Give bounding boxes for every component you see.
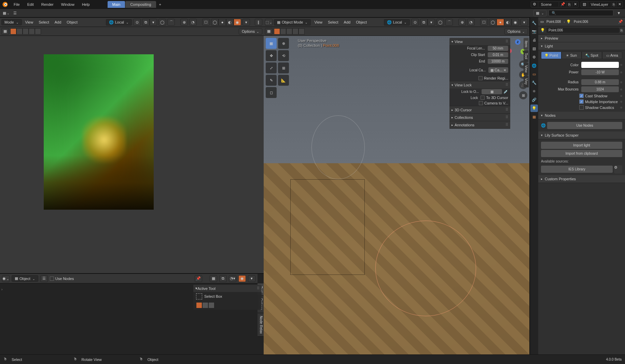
tool-rotate[interactable]: ⟲ [278, 50, 289, 61]
xray-right[interactable]: ☐ [480, 19, 488, 26]
prop-edit-right[interactable]: ◯ [436, 19, 444, 26]
tool-select-box[interactable]: ▦ [266, 38, 277, 49]
prop-tab-scene[interactable]: ⚙ [530, 53, 538, 61]
outliner-filter-button[interactable]: ▼ [615, 10, 622, 16]
shade-solid-right[interactable]: ● [497, 19, 504, 26]
select-mode-4[interactable] [29, 28, 35, 34]
menu-file[interactable]: File [10, 1, 23, 8]
npanel-view-header[interactable]: ▾View⠿ [449, 38, 510, 45]
menu-edit[interactable]: Edit [24, 1, 37, 8]
object-mode-dropdown-right[interactable]: ▦ Object Mode [274, 19, 311, 26]
pivot-right[interactable]: ⊙ [411, 19, 419, 26]
prop-tab-physics[interactable]: ⚛ [530, 87, 538, 95]
pivot-button-left[interactable]: ⊙ [133, 19, 141, 26]
gizmo-toggle-left[interactable]: ⊕ [180, 19, 188, 26]
npanel-tab-vivy[interactable]: Vivy [524, 75, 529, 87]
editor-type-dropdown[interactable]: ▦ [3, 10, 10, 16]
prop-tab-texture[interactable]: ▦ [530, 113, 538, 121]
shading-matprev-left[interactable]: ◐ [226, 19, 234, 26]
outliner-display-mode[interactable]: ☰ [12, 10, 18, 16]
panel-customprops-header[interactable]: ▸Custom Properties [538, 175, 625, 183]
menu-select-left[interactable]: Select [37, 19, 51, 25]
tool-add-cube[interactable]: ◻ [266, 87, 277, 98]
shading-wireframe-left[interactable]: ◯ [211, 19, 219, 26]
overlay-toggle-left[interactable]: ◔ [189, 19, 197, 26]
snap-toggle-left[interactable]: ⧉ [142, 19, 150, 26]
options-dropdown-right[interactable]: Options [504, 28, 528, 34]
prop-tab-viewlayer[interactable]: ▧ [530, 45, 538, 52]
light-radius-field[interactable]: 0.88 m [581, 79, 619, 85]
shading-solid-left[interactable]: ● [219, 19, 226, 26]
light-power-field[interactable]: -10 W [581, 69, 619, 75]
orientation-dropdown-right[interactable]: 🌐 Local [384, 19, 410, 26]
menu-add-left[interactable]: Add [53, 19, 64, 25]
prop-tab-tool[interactable]: 🔧 [530, 19, 538, 27]
prop-tab-data-light[interactable]: 💡 [530, 104, 538, 112]
npanel-viewlock-header[interactable]: ▾View Lock⠿ [449, 81, 510, 88]
sel-mode-r2[interactable] [280, 28, 286, 34]
node-tab-noderelax[interactable]: Node Relax [258, 313, 264, 337]
menu-object-left[interactable]: Object [65, 19, 80, 25]
viewlayer-name[interactable]: ViewLayer [588, 2, 611, 6]
select-mode-2[interactable] [16, 28, 23, 34]
light-maxbounces-field[interactable]: 1024 [581, 86, 619, 92]
panel-light-header[interactable]: ▾Light [538, 42, 625, 50]
lock-3dcursor-checkbox[interactable] [481, 96, 485, 100]
tool-move[interactable]: ✥ [266, 50, 277, 61]
scene-new-button[interactable]: ⎘ [567, 2, 572, 6]
sel-mode-r3[interactable] [286, 28, 292, 34]
panel-preview-header[interactable]: ▸Preview [538, 34, 625, 42]
snap-dropdown-left[interactable]: ▾ [150, 19, 157, 26]
clip-end-field[interactable]: 10000 m [488, 59, 508, 64]
right-viewport-body[interactable]: User Perspective (0) Collection | Point.… [264, 36, 529, 354]
npanel-tab-tool[interactable]: Tool [524, 50, 529, 62]
tool-transform[interactable]: ⊞ [278, 62, 289, 73]
panel-lily-header[interactable]: ▾Lily Surface Scraper [538, 131, 625, 139]
tool-scale[interactable]: ⤢ [266, 62, 277, 73]
prop-fall-right[interactable]: ⌒ [445, 19, 453, 26]
prop-tab-modifier[interactable]: 🔧 [530, 79, 538, 86]
tool-cursor-right[interactable]: ▦ [265, 28, 273, 35]
tool-cursor-icon[interactable]: ▦ [1, 28, 9, 35]
npanel-3dcursor-header[interactable]: ▸3D Cursor⠿ [449, 106, 510, 113]
scene-delete-button[interactable]: ✕ [572, 2, 578, 6]
import-clipboard-button[interactable]: Import from clipboard [541, 150, 622, 157]
import-light-button[interactable]: Import light [541, 142, 622, 149]
shadow-caustics-checkbox[interactable] [579, 105, 584, 110]
datablock-name-field[interactable]: Point.006 [546, 28, 619, 33]
pause-render-left[interactable]: ∥ [255, 19, 262, 26]
sel-mode-r1[interactable] [274, 28, 280, 34]
axis-z-icon[interactable]: Z [515, 39, 520, 45]
shade-mat-right[interactable]: ◐ [504, 19, 512, 26]
orientation-dropdown-left[interactable]: 🌐 Local [106, 19, 132, 26]
shade-drop-right[interactable]: ▾ [520, 19, 528, 26]
viewlayer-new-button[interactable]: ⎘ [611, 2, 616, 6]
node-overlay2[interactable]: ◉ [238, 275, 246, 282]
npanel-tab-item[interactable]: Item [524, 38, 529, 50]
node-slot-icon[interactable]: ☰ [40, 275, 48, 282]
light-type-area[interactable]: ▭ Area [602, 52, 623, 59]
prop-tab-render[interactable]: 📷 [530, 28, 538, 35]
menu-render[interactable]: Render [38, 1, 57, 8]
mode-dropdown-left[interactable]: Mode [1, 19, 22, 25]
eyedropper-icon[interactable]: 💉 [503, 89, 508, 94]
left-viewport-body[interactable] [0, 36, 264, 273]
viewlayer-selector[interactable]: ▧ ViewLayer ⎘ ✕ [581, 1, 623, 8]
editor-type-right[interactable]: ⬚ [265, 19, 273, 26]
panel-nodes-header[interactable]: ▾Nodes [538, 112, 625, 120]
tool-annotate[interactable]: ✎ [266, 75, 277, 86]
tool-measure[interactable]: 📐 [278, 75, 289, 86]
breadcrumb-object[interactable]: Point.008 [545, 19, 562, 24]
shading-dropdown-left[interactable]: ▾ [242, 19, 250, 26]
select-mode-1[interactable] [10, 28, 16, 34]
prop-tab-output[interactable]: 🖨 [530, 36, 538, 44]
shading-rendered-left[interactable]: ◉ [234, 19, 241, 26]
select-mode-set[interactable] [196, 302, 202, 308]
node-object-dropdown[interactable]: ▦ Object [12, 275, 38, 282]
viewlayer-delete-button[interactable]: ✕ [616, 2, 623, 6]
cast-shadow-checkbox[interactable] [579, 94, 584, 98]
light-type-sun[interactable]: ☀ Sun [561, 52, 582, 59]
scene-pin-icon[interactable]: 📌 [559, 2, 567, 6]
render-region-checkbox[interactable] [478, 76, 483, 80]
proportional-falloff-left[interactable]: ⌒ [167, 19, 175, 26]
